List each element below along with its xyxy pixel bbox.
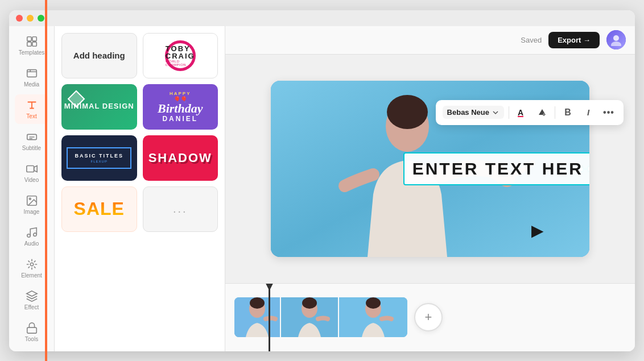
svg-point-15 [30,263,34,266]
clip-preview-3 [339,297,407,337]
font-color-button[interactable]: A [514,105,530,121]
sidebar-label-media: Media [24,81,39,88]
canvas-text-content: ENTER TEXT HER [412,159,583,179]
basic-titles-label: BASIC TITLES [75,153,123,159]
sidebar-item-text[interactable]: Text [15,94,49,124]
sale-label: SALE [74,198,125,219]
sidebar-label-audio: Audio [24,240,39,247]
timeline-strip [234,297,407,337]
sidebar-item-video[interactable]: Video [15,158,49,188]
sidebar-label-element: Element [21,272,42,279]
more-options-button[interactable]: ••• [601,105,617,121]
svg-point-14 [33,233,36,236]
sidebar-item-subtitle[interactable]: Subtitle [15,126,49,156]
svg-rect-16 [27,327,36,333]
toby-craig-name: TOBY CRAIG [166,45,195,60]
add-heading-label: Add heading [73,51,125,60]
sidebar-label-text: Text [26,113,36,119]
saved-status: Saved [521,36,542,44]
svg-point-27 [250,297,265,309]
toby-craig-sub: WORLD CHAMPION [166,60,195,67]
toby-craig-content: TOBY CRAIG WORLD CHAMPION [165,40,196,71]
add-clip-button[interactable]: + [414,303,443,331]
svg-text:A: A [518,108,523,117]
canvas-container: Bebas Neue A [225,55,635,283]
sidebar-item-image[interactable]: Image [15,190,49,219]
svg-point-30 [302,297,317,309]
fill-button[interactable] [534,105,550,121]
cursor-arrow-icon: ▶ [531,221,544,240]
text-card-toby-craig[interactable]: TOBY CRAIG WORLD CHAMPION [143,33,218,78]
timeline-clip-2[interactable] [281,297,338,337]
sidebar-item-element[interactable]: Element [15,254,49,283]
toby-craig-circle: TOBY CRAIG WORLD CHAMPION [165,40,196,71]
svg-rect-2 [27,42,31,45]
text-card-minimal[interactable]: MINIMAL DESIGN [61,84,137,130]
sidebar-item-effect[interactable]: Effect [15,285,49,315]
chevron-down-icon [492,109,499,117]
text-card-birthday[interactable]: HAPPY 🎈🎈 Birthday DANIEL [143,84,218,130]
svg-rect-4 [27,69,36,77]
sidebar-label-subtitle: Subtitle [22,145,41,151]
svg-rect-10 [26,165,34,172]
shadow-label: SHADOW [148,151,212,165]
text-card-sale[interactable]: SALE [61,186,137,232]
export-button[interactable]: Export → [548,32,600,48]
bold-button[interactable]: B [560,105,576,121]
svg-point-18 [611,42,621,46]
svg-point-17 [613,35,619,41]
main-area: Templates Media Text [9,26,635,351]
svg-rect-0 [27,36,31,40]
svg-point-33 [366,297,381,309]
svg-rect-3 [32,42,36,45]
svg-rect-20 [518,116,523,117]
sidebar-item-templates[interactable]: Templates [15,31,49,60]
close-button[interactable] [16,15,23,22]
timeline-area: + [225,283,635,351]
app-window: Templates Media Text [9,10,635,351]
text-card-shadow[interactable]: SHADOW [143,135,218,181]
sidebar-label-tools: Tools [25,336,38,342]
maximize-button[interactable] [38,15,44,22]
playhead [269,284,270,351]
text-format-toolbar: Bebas Neue A [436,100,624,125]
text-card-more[interactable]: ... [143,186,218,232]
sidebar-label-effect: Effect [24,304,39,310]
sidebar-item-media[interactable]: Media [15,63,49,92]
font-name: Bebas Neue [447,108,489,117]
avatar-image [606,30,626,49]
active-indicator [45,26,47,351]
svg-point-12 [29,198,31,200]
editor-area: Saved Export → [225,26,635,351]
add-clip-label: + [425,310,432,325]
user-avatar[interactable] [606,30,626,49]
text-panel: Add heading TOBY CRAIG WORLD CHAMPION [55,26,225,351]
sidebar-item-audio[interactable]: Audio [15,222,49,251]
minimize-button[interactable] [27,15,34,22]
svg-rect-1 [32,36,36,40]
timeline-clip-1[interactable] [234,297,280,337]
more-label: ... [173,202,188,215]
clip-preview-1 [234,297,280,337]
timeline-clip-3[interactable] [339,297,407,337]
sidebar-label-image: Image [24,209,40,215]
sidebar-item-tools[interactable]: Tools [15,317,49,347]
text-card-add-heading[interactable]: Add heading [61,33,137,78]
font-selector[interactable]: Bebas Neue [443,106,504,119]
basic-titles-sub: FLEXUP [91,160,108,163]
sidebar: Templates Media Text [9,26,55,351]
text-cards-grid: Add heading TOBY CRAIG WORLD CHAMPION [61,33,218,232]
clip-preview-2 [281,297,338,337]
canvas-text-element[interactable]: ENTER TEXT HER [403,152,589,185]
sidebar-label-templates: Templates [19,49,45,56]
birthday-main: Birthday [158,102,203,115]
export-label: Export → [558,36,591,44]
birthday-happy: HAPPY [170,91,191,96]
toolbar-divider-1 [509,106,509,119]
title-bar [9,10,635,26]
text-card-basic-titles[interactable]: BASIC TITLES FLEXUP [61,135,137,181]
birthday-name: DANIEL [162,115,198,123]
editor-toolbar: Saved Export → [225,26,635,55]
toolbar-divider-2 [555,106,555,119]
italic-button[interactable]: I [580,105,596,121]
